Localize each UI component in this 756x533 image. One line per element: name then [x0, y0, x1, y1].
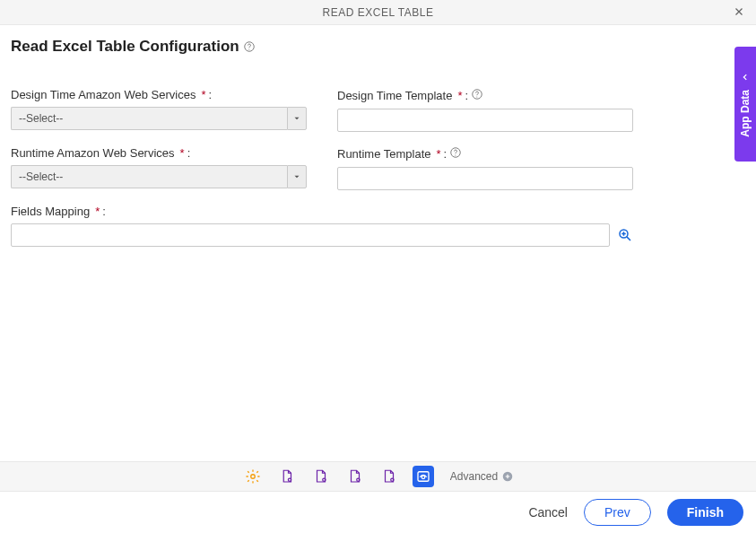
label-text: Fields Mapping — [11, 205, 90, 218]
label-colon: : — [187, 146, 191, 160]
dialog-title-bar: READ EXCEL TABLE — [0, 0, 756, 25]
configuration-form: Design Time Amazon Web Services *: --Sel… — [0, 61, 756, 247]
footer-toolbar: Advanced — [0, 461, 756, 492]
field-runtime-aws: Runtime Amazon Web Services *: --Select-… — [11, 146, 307, 188]
page-heading-row: Read Excel Table Configuration — [0, 25, 756, 61]
input-runtime-template[interactable] — [337, 167, 633, 190]
plus-circle-icon — [501, 470, 514, 483]
required-asterisk: * — [437, 147, 441, 161]
gear-icon — [245, 468, 261, 485]
select-value: --Select-- — [11, 107, 287, 130]
label-design-time-template: Design Time Template *: — [337, 88, 633, 103]
label-colon: : — [444, 147, 448, 161]
label-runtime-template: Runtime Template *: — [337, 146, 633, 162]
dialog-footer: Advanced Cancel Prev Finish — [0, 461, 756, 533]
toolbar-item-doc-4[interactable] — [378, 466, 400, 487]
label-design-time-aws: Design Time Amazon Web Services *: — [11, 88, 307, 101]
label-text: Runtime Amazon Web Services — [11, 146, 175, 160]
dialog-title: READ EXCEL TABLE — [323, 6, 434, 19]
svg-point-9 — [323, 478, 326, 481]
chevron-left-icon — [741, 72, 750, 84]
select-design-time-aws[interactable]: --Select-- — [11, 107, 307, 130]
help-icon — [243, 40, 256, 53]
prev-button[interactable]: Prev — [584, 499, 651, 526]
dropdown-caret — [287, 165, 307, 188]
select-value: --Select-- — [11, 165, 287, 188]
svg-rect-12 — [418, 472, 429, 482]
search-zoom-icon — [617, 227, 633, 243]
toolbar-item-settings[interactable] — [242, 466, 264, 487]
input-design-time-template[interactable] — [337, 109, 633, 132]
svg-point-7 — [251, 475, 256, 479]
toolbar-advanced-toggle[interactable]: Advanced — [450, 470, 514, 483]
help-runtime-template[interactable] — [449, 146, 462, 162]
document-gear-icon — [347, 468, 363, 485]
label-fields-mapping: Fields Mapping *: — [11, 205, 633, 218]
caret-down-icon — [292, 114, 301, 123]
advanced-label: Advanced — [450, 470, 498, 483]
required-asterisk: * — [95, 205, 100, 218]
select-runtime-aws[interactable]: --Select-- — [11, 165, 307, 188]
help-icon — [471, 88, 483, 100]
page-help-button[interactable] — [243, 40, 256, 53]
app-data-label: App Data — [739, 90, 752, 137]
svg-point-3 — [476, 96, 477, 97]
input-fields-mapping[interactable] — [11, 223, 610, 247]
svg-point-13 — [421, 476, 425, 479]
svg-point-5 — [456, 154, 456, 155]
label-colon: : — [208, 88, 212, 101]
label-runtime-aws: Runtime Amazon Web Services *: — [11, 146, 307, 160]
dropdown-caret — [287, 107, 307, 130]
label-text: Design Time Template — [337, 89, 452, 102]
fields-mapping-lookup-button[interactable] — [617, 227, 633, 243]
required-asterisk: * — [457, 89, 462, 102]
toolbar-item-doc-3[interactable] — [344, 466, 366, 487]
field-fields-mapping: Fields Mapping *: — [11, 205, 633, 247]
toolbar-item-doc-2[interactable] — [310, 466, 332, 487]
svg-point-1 — [248, 48, 249, 49]
label-colon: : — [465, 89, 468, 102]
field-runtime-template: Runtime Template *: — [337, 146, 633, 190]
field-design-time-aws: Design Time Amazon Web Services *: --Sel… — [11, 88, 307, 130]
label-text: Design Time Amazon Web Services — [11, 88, 196, 101]
cancel-button[interactable]: Cancel — [528, 505, 568, 520]
caret-down-icon — [292, 172, 301, 181]
document-gear-icon — [381, 468, 397, 485]
help-icon — [449, 146, 462, 159]
action-buttons-row: Cancel Prev Finish — [0, 492, 756, 533]
label-colon: : — [102, 205, 106, 218]
preview-eye-icon — [415, 468, 431, 485]
document-gear-icon — [279, 468, 295, 485]
svg-point-8 — [288, 478, 291, 481]
required-asterisk: * — [201, 88, 205, 101]
field-design-time-template: Design Time Template *: — [337, 88, 633, 132]
svg-point-11 — [391, 478, 394, 481]
svg-point-10 — [357, 478, 360, 481]
toolbar-item-doc-1[interactable] — [276, 466, 298, 487]
close-button[interactable] — [731, 4, 747, 20]
finish-button[interactable]: Finish — [667, 499, 743, 526]
close-icon — [733, 5, 745, 18]
app-data-panel-toggle[interactable]: App Data — [734, 47, 756, 162]
help-design-time-template[interactable] — [471, 88, 483, 103]
toolbar-item-preview-active[interactable] — [413, 466, 434, 487]
document-gear-icon — [313, 468, 329, 485]
page-heading: Read Excel Table Configuration — [11, 38, 239, 56]
required-asterisk: * — [180, 146, 185, 160]
label-text: Runtime Template — [337, 147, 431, 161]
